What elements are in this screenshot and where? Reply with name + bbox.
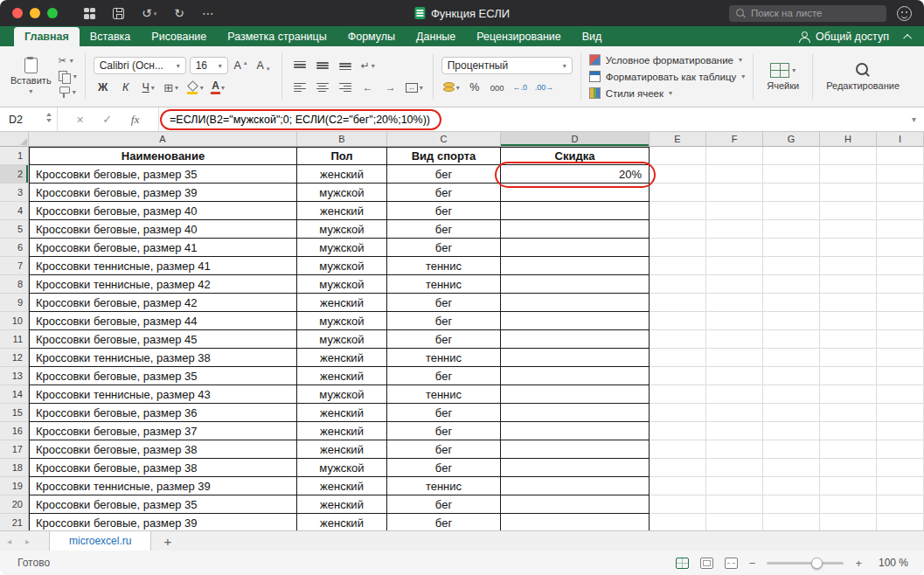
cell-G5[interactable] xyxy=(763,220,820,239)
row-header-3[interactable]: 3 xyxy=(0,184,29,202)
cell-C17[interactable]: бег xyxy=(387,440,501,459)
cell-C5[interactable]: бег xyxy=(387,220,501,239)
next-sheet-button[interactable]: ▸ xyxy=(18,531,37,551)
cell-E5[interactable] xyxy=(650,220,706,239)
cell-B14[interactable]: мужской xyxy=(297,385,387,404)
format-painter-button[interactable]: ▾ xyxy=(59,87,77,99)
cell-styles-button[interactable]: Стили ячеек ▾ xyxy=(589,86,746,100)
cell-I16[interactable] xyxy=(877,422,924,440)
cell-E16[interactable] xyxy=(650,422,706,440)
cell-A8[interactable]: Кроссовки теннисные, размер 42 xyxy=(29,275,297,294)
row-header-7[interactable]: 7 xyxy=(0,257,29,275)
cell-E1[interactable] xyxy=(650,147,706,165)
fullscreen-button[interactable] xyxy=(47,8,58,18)
cell-G9[interactable] xyxy=(763,294,820,312)
row-header-16[interactable]: 16 xyxy=(0,422,29,440)
select-all-corner[interactable] xyxy=(0,132,29,147)
cell-G3[interactable] xyxy=(763,184,820,202)
cell-E4[interactable] xyxy=(650,202,706,220)
cell-D14[interactable] xyxy=(501,385,650,404)
cell-B6[interactable]: мужской xyxy=(297,239,387,257)
align-bottom-button[interactable] xyxy=(336,57,355,74)
cell-E12[interactable] xyxy=(650,349,706,367)
cell-G18[interactable] xyxy=(763,459,820,477)
underline-button[interactable]: Ч▾ xyxy=(139,79,158,96)
cell-B5[interactable]: мужской xyxy=(297,220,387,239)
column-header-C[interactable]: C xyxy=(387,132,501,147)
row-header-15[interactable]: 15 xyxy=(0,404,29,422)
cell-A11[interactable]: Кроссовки беговые, размер 45 xyxy=(29,330,297,349)
cell-E2[interactable] xyxy=(650,165,706,184)
ribbon-tab-3[interactable]: Рисование xyxy=(141,27,217,46)
cell-A16[interactable]: Кроссовки беговые, размер 37 xyxy=(29,422,297,440)
cell-I6[interactable] xyxy=(877,239,924,257)
cell-I14[interactable] xyxy=(877,385,924,404)
row-header-2[interactable]: 2 xyxy=(0,165,29,184)
cell-D16[interactable] xyxy=(501,422,650,440)
toolbar-more-button[interactable]: ⋯ xyxy=(202,7,214,19)
cell-A14[interactable]: Кроссовки теннисные, размер 43 xyxy=(29,385,297,404)
cell-C6[interactable]: бег xyxy=(387,239,501,257)
cell-E17[interactable] xyxy=(650,440,706,459)
column-header-B[interactable]: B xyxy=(297,132,387,147)
merge-center-button[interactable]: ↔▾ xyxy=(404,79,425,96)
align-left-button[interactable] xyxy=(290,79,309,96)
cell-G19[interactable] xyxy=(763,477,820,495)
cell-E11[interactable] xyxy=(650,330,706,349)
decrease-decimal-button[interactable]: .00→ xyxy=(533,79,556,96)
cell-F20[interactable] xyxy=(706,495,763,514)
row-header-5[interactable]: 5 xyxy=(0,220,29,239)
cell-C8[interactable]: теннис xyxy=(387,275,501,294)
row-header-6[interactable]: 6 xyxy=(0,239,29,257)
cell-I18[interactable] xyxy=(877,459,924,477)
row-header-1[interactable]: 1 xyxy=(0,147,29,165)
cell-H20[interactable] xyxy=(820,495,877,514)
cell-D11[interactable] xyxy=(501,330,650,349)
cell-D1[interactable]: Скидка xyxy=(501,147,650,165)
ribbon-tab-5[interactable]: Формулы xyxy=(337,27,406,46)
row-header-13[interactable]: 13 xyxy=(0,367,29,385)
view-page-layout-button[interactable] xyxy=(700,558,713,569)
cell-E15[interactable] xyxy=(650,404,706,422)
cell-B13[interactable]: женский xyxy=(297,367,387,385)
row-header-19[interactable]: 19 xyxy=(0,477,29,495)
cell-B4[interactable]: женский xyxy=(297,202,387,220)
zoom-in-button[interactable]: + xyxy=(855,557,862,570)
row-header-4[interactable]: 4 xyxy=(0,202,29,220)
cell-D17[interactable] xyxy=(501,440,650,459)
cell-A2[interactable]: Кроссовки беговые, размер 35 xyxy=(29,165,297,184)
cell-F12[interactable] xyxy=(706,349,763,367)
increase-decimal-button[interactable]: ←.0 xyxy=(511,79,530,96)
cell-B21[interactable]: женский xyxy=(297,514,387,530)
formula-bar-expand-button[interactable]: ▾ xyxy=(904,107,924,131)
cell-I3[interactable] xyxy=(877,184,924,202)
save-button[interactable] xyxy=(113,8,124,19)
cell-A10[interactable]: Кроссовки беговые, размер 44 xyxy=(29,312,297,330)
cell-G21[interactable] xyxy=(763,514,820,530)
cell-A4[interactable]: Кроссовки беговые, размер 40 xyxy=(29,202,297,220)
cell-H17[interactable] xyxy=(820,440,877,459)
cell-A1[interactable]: Наименование xyxy=(29,147,297,165)
cell-G13[interactable] xyxy=(763,367,820,385)
cell-G8[interactable] xyxy=(763,275,820,294)
cell-F13[interactable] xyxy=(706,367,763,385)
comma-style-button[interactable]: 000 xyxy=(488,79,507,96)
font-size-select[interactable]: 16▾ xyxy=(190,57,228,74)
cell-F18[interactable] xyxy=(706,459,763,477)
cell-H6[interactable] xyxy=(820,239,877,257)
cell-B15[interactable]: женский xyxy=(297,404,387,422)
cell-C1[interactable]: Вид спорта xyxy=(387,147,501,165)
cell-H16[interactable] xyxy=(820,422,877,440)
cell-G15[interactable] xyxy=(763,404,820,422)
row-header-17[interactable]: 17 xyxy=(0,440,29,459)
cell-B3[interactable]: мужской xyxy=(297,184,387,202)
column-header-D[interactable]: D xyxy=(501,132,650,147)
cell-B2[interactable]: женский xyxy=(297,165,387,184)
app-grid-icon[interactable] xyxy=(84,8,95,19)
cell-D9[interactable] xyxy=(501,294,650,312)
cell-E18[interactable] xyxy=(650,459,706,477)
column-header-G[interactable]: G xyxy=(763,132,820,147)
bold-button[interactable]: Ж xyxy=(94,79,113,96)
cell-A12[interactable]: Кроссовки теннисные, размер 38 xyxy=(29,349,297,367)
row-header-10[interactable]: 10 xyxy=(0,312,29,330)
